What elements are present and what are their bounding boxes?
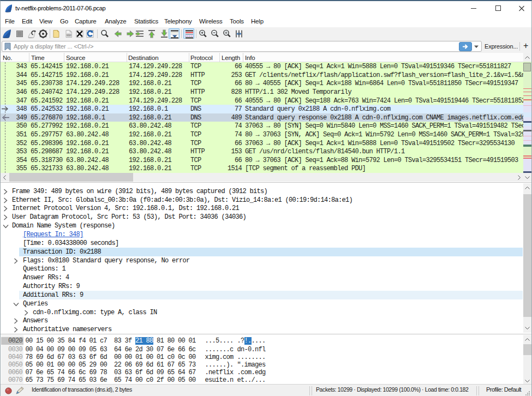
svg-text:010: 010 xyxy=(67,34,71,37)
